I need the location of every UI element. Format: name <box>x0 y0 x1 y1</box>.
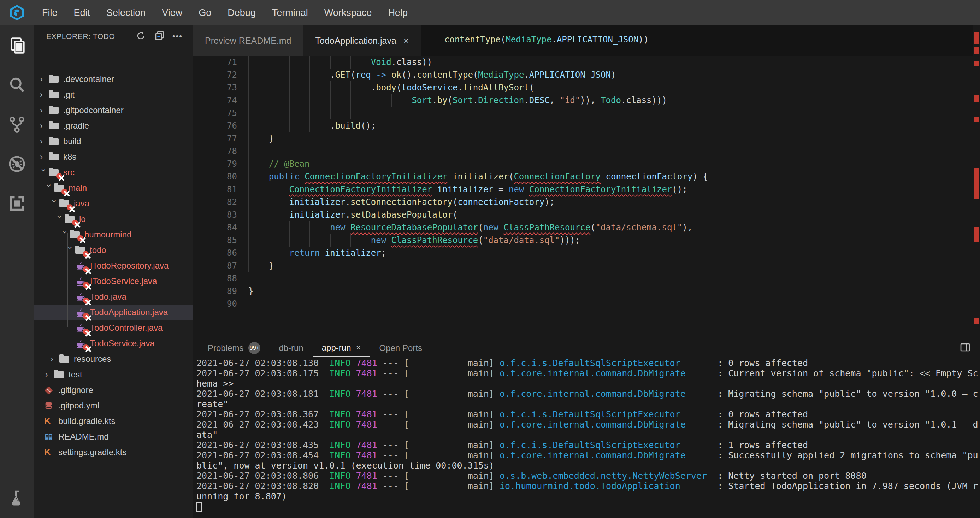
code-token: . <box>330 69 335 81</box>
code-token: body <box>376 81 396 94</box>
code-token: ( <box>501 35 506 45</box>
tree-item-main[interactable]: ›main <box>33 180 192 196</box>
panel-tab-db-run[interactable]: db-run <box>270 339 312 357</box>
error-badge-icon <box>83 282 89 288</box>
code-token: .class))) <box>621 94 667 107</box>
menu-item-workspace[interactable]: Workspace <box>316 7 380 18</box>
code-token: initializer <box>438 183 493 196</box>
tree-item-itodorepository-java[interactable]: ITodoRepository.java <box>33 258 192 274</box>
menu-item-terminal[interactable]: Terminal <box>264 7 316 18</box>
tree-item-src[interactable]: ›src <box>33 165 192 180</box>
kts-file-icon: K <box>43 448 55 457</box>
tree-item-k8s[interactable]: ›k8s <box>33 149 192 165</box>
more-actions-icon[interactable]: ••• <box>172 32 183 41</box>
tree-item-test[interactable]: ›test <box>33 367 192 383</box>
tree-item-label: ITodoService.java <box>90 276 157 286</box>
tree-item--devcontainer[interactable]: ›.devcontainer <box>33 72 192 87</box>
code-editor[interactable]: 71Void.class))72.GET(req -> ok().content… <box>193 56 980 338</box>
tree-item-java[interactable]: ›java <box>33 196 192 211</box>
chevron-right-icon: › <box>40 121 48 131</box>
line-number: 71 <box>193 56 248 69</box>
code-line-90: 90 <box>193 298 980 310</box>
tree-item-build-gradle-kts[interactable]: Kbuild.gradle.kts <box>33 413 192 429</box>
tree-item--gitignore[interactable]: .gitignore <box>33 383 192 398</box>
panel-tab-open-ports[interactable]: Open Ports <box>370 339 431 357</box>
tree-item-todo-java[interactable]: Todo.java <box>33 289 192 304</box>
close-tab-icon[interactable]: × <box>403 35 409 46</box>
tree-item-humourmind[interactable]: ›humourmind <box>33 227 192 242</box>
menu-item-selection[interactable]: Selection <box>98 7 154 18</box>
tree-item-todoapplication-java[interactable]: TodoApplication.java <box>33 304 192 320</box>
code-token <box>601 170 606 183</box>
tree-item-label: Todo.java <box>90 292 126 302</box>
collapse-folders-icon[interactable] <box>154 30 165 42</box>
menu-item-go[interactable]: Go <box>191 7 220 18</box>
tree-item-build[interactable]: ›build <box>33 134 192 149</box>
tree-item-resources[interactable]: ›resources <box>33 351 192 367</box>
tree-item--gitpodcontainer[interactable]: ›.gitpodcontainer <box>33 102 192 118</box>
search-icon[interactable] <box>0 65 33 105</box>
error-mark <box>974 227 978 242</box>
editor-tab-preview-readme-md[interactable]: Preview README.md <box>193 26 304 56</box>
log-line: 2021-06-27 02:03:08.175 INFO 7481 --- [ … <box>196 368 978 378</box>
overview-ruler-scrollbar[interactable] <box>973 26 980 338</box>
folder-icon <box>48 90 60 99</box>
code-token: "data/data.sql" <box>483 234 560 247</box>
code-token: . <box>371 81 376 94</box>
code-token: connectionFactory <box>458 196 544 209</box>
java-file-icon <box>75 277 87 286</box>
code-line-85: 85new ClassPathResource("data/data.sql")… <box>193 234 980 247</box>
panel-tab-problems[interactable]: Problems99+ <box>199 339 270 357</box>
tree-item-todo[interactable]: ›todo <box>33 242 192 258</box>
editor-tab-todoapplication-java[interactable]: TodoApplication.java× <box>304 26 421 56</box>
indent-guides <box>248 183 290 196</box>
line-number: 83 <box>193 209 248 221</box>
code-token: . <box>330 120 335 132</box>
code-token: // @Bean <box>269 158 310 170</box>
terminal-output[interactable]: 2021-06-27 02:03:08.130 INFO 7481 --- [ … <box>196 358 978 516</box>
menu-item-debug[interactable]: Debug <box>220 7 264 18</box>
tree-item-itodoservice-java[interactable]: ITodoService.java <box>33 274 192 289</box>
error-mark <box>974 318 978 324</box>
code-token: ( <box>509 170 514 183</box>
tree-item-readme-md[interactable]: README.md <box>33 429 192 445</box>
line-number: 77 <box>193 132 248 145</box>
plugin-frame-icon[interactable] <box>0 184 33 223</box>
tree-item--git[interactable]: ›.git <box>33 87 192 102</box>
line-number: 73 <box>193 81 248 94</box>
toggle-panel-layout-icon[interactable] <box>959 348 971 354</box>
tree-item-todocontroller-java[interactable]: TodoController.java <box>33 320 192 336</box>
log-line: 2021-06-27 02:03:08.454 INFO 7481 --- [ … <box>196 450 978 461</box>
panel-tab-app-run[interactable]: app-run× <box>313 339 370 357</box>
close-tab-icon[interactable]: × <box>356 343 361 353</box>
code-token: DESC <box>529 94 550 107</box>
code-token: setDatabasePopulator <box>350 209 453 221</box>
error-badge-icon <box>83 344 89 350</box>
debug-off-icon[interactable] <box>0 144 33 184</box>
tree-item--gradle[interactable]: ›.gradle <box>33 118 192 134</box>
source-control-icon[interactable] <box>0 105 33 144</box>
code-token <box>371 69 376 81</box>
error-badge-icon <box>83 298 89 303</box>
tree-item--gitpod-yml[interactable]: .gitpod.yml <box>33 398 192 413</box>
log-wrap-line: unning for 8.807) <box>196 491 978 501</box>
menu-item-file[interactable]: File <box>34 7 66 18</box>
code-token: APPLICATION_JSON <box>529 69 611 81</box>
folder-icon <box>48 121 60 131</box>
menu-item-edit[interactable]: Edit <box>66 7 99 18</box>
tree-item-settings-gradle-kts[interactable]: Ksettings.gradle.kts <box>33 445 192 460</box>
folder-icon <box>48 152 60 161</box>
tree-item-todoservice-java[interactable]: TodoService.java <box>33 336 192 351</box>
test-flask-icon[interactable] <box>0 478 33 518</box>
refresh-icon[interactable] <box>136 30 146 42</box>
code-token: Sort <box>453 94 473 107</box>
files-icon[interactable] <box>0 26 33 65</box>
code-token: . <box>473 94 478 107</box>
error-mark <box>974 116 978 122</box>
tree-item-label: README.md <box>58 432 109 441</box>
code-token: by <box>438 94 448 107</box>
menu-item-view[interactable]: View <box>154 7 191 18</box>
menu-item-help[interactable]: Help <box>380 7 416 18</box>
editor-tab-label: TodoApplication.java <box>315 36 396 46</box>
tree-item-io[interactable]: ›io <box>33 211 192 227</box>
